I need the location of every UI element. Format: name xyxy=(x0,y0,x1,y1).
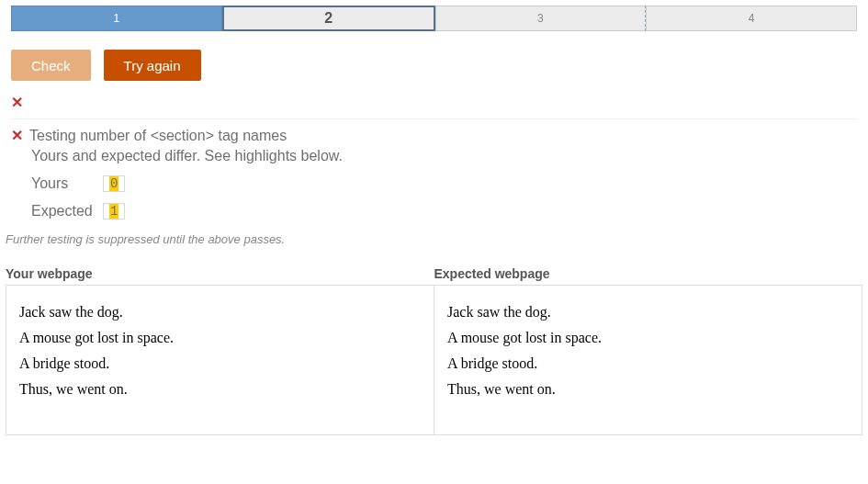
yours-label: Yours xyxy=(31,175,103,192)
step-2[interactable]: 2 xyxy=(222,6,435,31)
test-line: ✕ Testing number of <section> tag names xyxy=(11,127,857,144)
expected-label: Expected xyxy=(31,203,103,219)
differ-message: Yours and expected differ. See highlight… xyxy=(31,148,857,164)
yours-value: 0 xyxy=(103,175,125,192)
step-3[interactable]: 3 xyxy=(435,6,647,31)
button-row: Check Try again xyxy=(11,50,857,81)
expected-row: Expected 1 xyxy=(31,203,857,219)
expected-webpage-header: Expected webpage xyxy=(434,266,863,281)
expected-value: 1 xyxy=(103,203,125,219)
fail-icon: ✕ xyxy=(11,94,26,111)
your-line-4: Thus, we went on. xyxy=(19,381,421,398)
compare-header: Your webpage Expected webpage xyxy=(6,266,862,281)
result-block: ✕ ✕ Testing number of <section> tag name… xyxy=(11,94,857,219)
expected-line-3: A bridge stood. xyxy=(447,355,849,372)
divider xyxy=(11,118,857,119)
step-4[interactable]: 4 xyxy=(646,6,857,31)
step-1[interactable]: 1 xyxy=(11,6,222,31)
step-nav: 1 2 3 4 xyxy=(11,6,857,31)
your-webpage-panel: Jack saw the dog. A mouse got lost in sp… xyxy=(6,286,434,434)
yours-row: Yours 0 xyxy=(31,175,857,192)
check-button[interactable]: Check xyxy=(11,50,91,81)
expected-webpage-panel: Jack saw the dog. A mouse got lost in sp… xyxy=(434,286,862,434)
test-name: Testing number of <section> tag names xyxy=(29,128,287,144)
step-1-label: 1 xyxy=(114,12,120,25)
expected-line-1: Jack saw the dog. xyxy=(447,304,849,321)
compare-panels: Jack saw the dog. A mouse got lost in sp… xyxy=(6,285,862,435)
step-3-label: 3 xyxy=(537,12,544,25)
expected-line-4: Thus, we went on. xyxy=(447,381,849,398)
your-line-1: Jack saw the dog. xyxy=(19,304,421,321)
try-again-button[interactable]: Try again xyxy=(104,50,201,81)
expected-line-2: A mouse got lost in space. xyxy=(447,330,849,346)
fail-icon: ✕ xyxy=(11,127,26,144)
your-line-2: A mouse got lost in space. xyxy=(19,330,421,346)
step-4-label: 4 xyxy=(749,12,755,25)
suppressed-msg: Further testing is suppressed until the … xyxy=(6,232,862,246)
your-line-3: A bridge stood. xyxy=(19,355,421,372)
step-2-label: 2 xyxy=(324,10,333,27)
your-webpage-header: Your webpage xyxy=(6,266,434,281)
